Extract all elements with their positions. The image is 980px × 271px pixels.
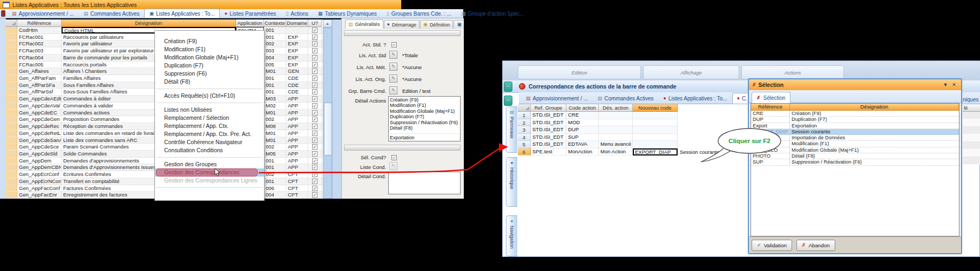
row-indicator[interactable] xyxy=(5,103,17,109)
cell-nouveau-code[interactable] xyxy=(633,119,678,127)
liste-cond-picker-icon[interactable]: ✎ xyxy=(389,162,397,170)
cell-code-action[interactable]: MonAction xyxy=(566,148,599,156)
row-indicator[interactable] xyxy=(5,151,17,157)
sidebar-tab-navigation[interactable]: ●Navigation xyxy=(506,215,517,256)
menu-item-14[interactable]: Consultation Conditions xyxy=(155,146,264,154)
popup-minimize-icon[interactable]: ▼ xyxy=(942,81,949,89)
cell-nouveau-code[interactable]: EXPORT_DIAP xyxy=(633,148,678,156)
cell-domaine[interactable]: APP xyxy=(286,144,308,150)
cell-ref-groupe[interactable]: STD.ISI_EDT xyxy=(531,112,566,119)
sel-cond-checkbox[interactable] xyxy=(391,155,397,160)
row-indicator[interactable] xyxy=(5,110,17,116)
popup-cell-designation[interactable]: Détail (F8) xyxy=(790,153,959,159)
checkbox-icon[interactable] xyxy=(312,83,317,88)
popup-column-header-0[interactable]: Référence xyxy=(751,104,790,111)
row-indicator[interactable] xyxy=(5,89,17,95)
panel-tab-2[interactable]: ◉Définition xyxy=(420,20,453,29)
popup-cell-designation[interactable]: Exportation xyxy=(790,123,959,128)
panel-tab-1[interactable]: ●Démarrage xyxy=(384,20,420,29)
grid-row-number[interactable]: 6 xyxy=(518,148,531,156)
cell-domaine[interactable]: CPT xyxy=(286,185,308,192)
cell-contexte[interactable]: M01 xyxy=(264,137,286,144)
cell-contexte[interactable]: 001 xyxy=(264,75,286,82)
menu-item-11[interactable]: Remplacement / App. Ctx. xyxy=(155,122,264,130)
popup-cell-reference[interactable]: MOD_GLO xyxy=(751,147,790,153)
cell-contexte[interactable]: 004 xyxy=(264,192,286,198)
cell-reference[interactable]: CodHtm xyxy=(17,27,62,33)
cell-domaine[interactable]: EXP xyxy=(286,48,308,54)
grid-row[interactable]: 1STD.ISI_EDTCRE xyxy=(518,112,678,119)
cell-domaine[interactable]: APP xyxy=(286,137,308,144)
collapse-button[interactable]: – xyxy=(504,82,512,92)
popup-cell-reference[interactable]: PHOTO xyxy=(751,153,790,159)
cell-domaine[interactable]: APP xyxy=(286,164,308,171)
cell-u[interactable] xyxy=(308,178,322,185)
checkbox-icon[interactable] xyxy=(312,69,317,74)
cell-code-action[interactable]: SUP xyxy=(566,134,599,141)
cell-domaine[interactable]: APP xyxy=(286,151,308,157)
popup-cell-designation[interactable]: Session courante xyxy=(790,129,959,134)
cell-contexte[interactable]: M01 xyxy=(264,130,286,137)
popup-cell-reference[interactable] xyxy=(751,135,790,140)
row-indicator[interactable] xyxy=(5,82,17,89)
cell-contexte[interactable]: 001 xyxy=(264,158,286,164)
cell-domaine[interactable]: APP xyxy=(286,103,308,109)
cell-reference[interactable]: Gen_AppCdeGen xyxy=(17,116,62,123)
cell-reference[interactable]: Gen_AppFacConf xyxy=(17,185,62,192)
cell-domaine[interactable]: APP xyxy=(286,123,308,130)
cell-des-action[interactable] xyxy=(599,134,633,141)
cell-contexte[interactable]: 002 xyxy=(264,40,286,47)
popup-cell-designation[interactable]: Suppression / Réactivation (F6) xyxy=(790,159,959,165)
right-tab-2[interactable]: ●Listes Applicatives : To... xyxy=(658,93,732,104)
checkbox-icon[interactable] xyxy=(312,131,317,136)
row-indicator[interactable] xyxy=(5,27,17,33)
checkbox-icon[interactable] xyxy=(312,151,317,157)
checkbox-icon[interactable] xyxy=(312,35,317,40)
cell-domaine[interactable]: EXP xyxy=(286,62,308,68)
right-tab-0[interactable]: ▤Approvisionnement / ... xyxy=(521,93,593,104)
menu-item-17[interactable]: Gestion des Correspondances xyxy=(155,168,264,177)
lis-act-met-picker-icon[interactable]: ✎ xyxy=(389,63,397,71)
cell-contexte[interactable]: 001 xyxy=(264,27,286,33)
cell-u[interactable] xyxy=(308,137,322,144)
cell-nouveau-code[interactable] xyxy=(633,141,678,148)
cell-contexte[interactable]: 001 xyxy=(264,82,286,89)
cell-domaine[interactable] xyxy=(286,27,308,33)
checkbox-icon[interactable] xyxy=(312,186,317,191)
grid-row-number[interactable]: 5 xyxy=(518,141,531,148)
grid-row[interactable]: 2STD.ISI_EDTMOD xyxy=(518,119,678,127)
cell-reference[interactable]: FCRac001 xyxy=(17,34,62,40)
ribbon-group-edition[interactable]: Edition xyxy=(518,65,641,79)
cell-code-action[interactable]: MOD xyxy=(566,119,599,127)
cell-u[interactable] xyxy=(308,164,322,171)
sidebar-tab-panneaux[interactable]: ▤Panneaux xyxy=(506,106,517,153)
cell-contexte[interactable]: M01 xyxy=(264,110,286,116)
checkbox-icon[interactable] xyxy=(312,138,317,143)
cell-u[interactable] xyxy=(308,171,322,178)
cell-reference[interactable]: Gen_AppCdeRetLiv xyxy=(17,130,62,137)
checkbox-icon[interactable] xyxy=(312,76,317,81)
cell-domaine[interactable]: CDE xyxy=(286,75,308,82)
cell-reference[interactable]: Gen_AppCdeSld xyxy=(17,151,62,157)
menu-item-9[interactable]: Listes non Utilisées xyxy=(155,106,264,114)
validation-button[interactable]: ✓Validation xyxy=(752,240,792,251)
sidebar-tab-historique[interactable]: ●Historique xyxy=(506,157,517,207)
row-indicator[interactable] xyxy=(5,123,17,130)
ribbon-group-affichage[interactable]: Affichage xyxy=(643,65,739,79)
row-indicator[interactable] xyxy=(5,171,17,178)
cell-u[interactable] xyxy=(308,103,322,109)
cell-contexte[interactable]: 006 xyxy=(264,185,286,192)
cell-domaine[interactable]: CPT xyxy=(286,178,308,185)
row-indicator[interactable] xyxy=(5,75,17,82)
cell-u[interactable] xyxy=(308,96,322,102)
cell-ref-groupe[interactable]: STD.ISI_EDT xyxy=(531,141,566,148)
popup-column-header-1[interactable]: Désignation xyxy=(790,104,959,111)
checkbox-icon[interactable] xyxy=(312,48,317,53)
cell-reference[interactable]: Gen_AppEcrConf xyxy=(17,171,62,178)
cell-des-action[interactable]: Mon Action xyxy=(599,148,633,156)
cell-code-action[interactable]: EDTAVA xyxy=(566,141,599,148)
cell-reference[interactable]: FCRac004 xyxy=(17,55,62,61)
cell-reference[interactable]: Gen_AppCdeAVal xyxy=(17,103,62,109)
row-indicator[interactable] xyxy=(5,62,17,68)
cell-nouveau-code[interactable] xyxy=(633,112,678,119)
